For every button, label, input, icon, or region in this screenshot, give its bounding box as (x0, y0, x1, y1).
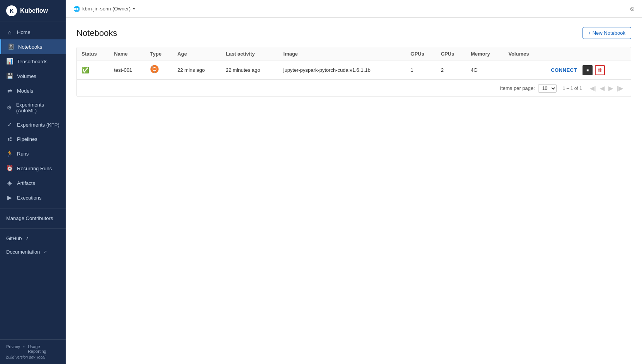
per-page-select[interactable]: 10 25 50 (538, 84, 557, 93)
col-status: Status (77, 47, 109, 61)
cell-actions: CONNECT ■ 🗑 (543, 61, 631, 80)
sidebar-divider-2 (0, 228, 66, 229)
tensorboards-icon: 📊 (6, 58, 13, 65)
col-age: Age (173, 47, 221, 61)
sidebar-item-pipelines-label: Pipelines (17, 136, 37, 142)
status-running-icon: ✅ (82, 67, 89, 73)
build-version: build version dev_local (6, 355, 59, 359)
sidebar-item-executions[interactable]: ▶ Executions (0, 190, 66, 205)
models-icon: ⇌ (6, 87, 13, 94)
namespace-label: kbm-jin-sohn (Owner) (82, 6, 131, 12)
col-gpus: GPUs (406, 47, 436, 61)
top-bar: 🌐 kbm-jin-sohn (Owner) ▾ ⎋ (66, 0, 642, 18)
items-per-page: Items per page: 10 25 50 (500, 84, 556, 93)
sidebar-item-artifacts-label: Artifacts (17, 180, 35, 186)
app-logo: K Kubeflow (0, 0, 66, 22)
svg-point-2 (152, 66, 153, 68)
runs-icon: 🏃 (6, 150, 13, 157)
sidebar-item-experiments-automl-label: Experiments (AutoML) (16, 102, 59, 113)
sidebar-item-models-label: Models (17, 88, 33, 94)
sidebar-item-experiments-automl[interactable]: ⚙ Experiments (AutoML) (0, 98, 66, 117)
notebook-type-icon (150, 67, 159, 75)
page-title: Notebooks (76, 28, 117, 38)
sidebar-item-artifacts[interactable]: ◈ Artifacts (0, 176, 66, 190)
sidebar-item-pipelines[interactable]: ⑆ Pipelines (0, 132, 66, 146)
sidebar-item-home-label: Home (17, 29, 31, 35)
notebooks-table-container: Status Name Type Age Last activity Image… (76, 47, 631, 97)
sidebar: K Kubeflow ⌂ Home 📓 Notebooks 📊 Tensorbo… (0, 0, 66, 364)
sidebar-footer: Privacy • Usage Reporting build version … (0, 339, 66, 364)
cell-cpus: 2 (436, 61, 466, 80)
page-info: 1 – 1 of 1 (563, 86, 582, 91)
col-image: Image (279, 47, 406, 61)
next-page-button[interactable]: ▶ (607, 84, 615, 93)
col-last-activity: Last activity (221, 47, 279, 61)
footer-links: Privacy • Usage Reporting (6, 344, 59, 354)
pagination-bar: Items per page: 10 25 50 1 – 1 of 1 ◀| ◀… (77, 80, 631, 97)
logo-icon: K (6, 5, 17, 16)
col-memory: Memory (466, 47, 504, 61)
col-cpus: CPUs (436, 47, 466, 61)
col-volumes: Volumes (504, 47, 543, 61)
last-page-button[interactable]: |▶ (615, 84, 625, 93)
cell-type (146, 61, 173, 80)
cell-memory: 4Gi (466, 61, 504, 80)
cell-last-activity: 22 minutes ago (221, 61, 279, 80)
cell-volumes (504, 61, 543, 80)
cell-status: ✅ (77, 61, 109, 80)
artifacts-icon: ◈ (6, 179, 13, 186)
col-type: Type (146, 47, 173, 61)
usage-reporting-link[interactable]: Usage Reporting (28, 344, 59, 354)
sidebar-item-executions-label: Executions (17, 195, 42, 201)
footer-dot: • (23, 344, 25, 354)
svg-point-4 (154, 71, 155, 73)
sidebar-item-volumes[interactable]: 💾 Volumes (0, 69, 66, 83)
notebooks-icon: 📓 (7, 43, 14, 50)
recurring-runs-icon: ⏰ (6, 165, 13, 172)
sidebar-item-runs[interactable]: 🏃 Runs (0, 146, 66, 161)
manage-contributors-label: Manage Contributors (6, 215, 53, 221)
sidebar-item-tensorboards-label: Tensorboards (17, 59, 48, 64)
cell-name: test-001 (109, 61, 146, 80)
col-actions (543, 47, 631, 61)
svg-point-3 (156, 66, 157, 68)
sidebar-item-notebooks[interactable]: 📓 Notebooks (0, 39, 66, 54)
executions-icon: ▶ (6, 194, 13, 201)
sidebar-item-models[interactable]: ⇌ Models (0, 83, 66, 98)
items-per-page-label: Items per page: (500, 85, 535, 91)
stop-button[interactable]: ■ (583, 65, 593, 75)
sidebar-item-tensorboards[interactable]: 📊 Tensorboards (0, 54, 66, 69)
pipelines-icon: ⑆ (6, 136, 13, 142)
volumes-icon: 💾 (6, 73, 13, 80)
sidebar-item-experiments-kfp-label: Experiments (KFP) (17, 122, 59, 128)
sidebar-item-experiments-kfp[interactable]: ✓ Experiments (KFP) (0, 117, 66, 132)
col-name: Name (109, 47, 146, 61)
sidebar-item-github[interactable]: GitHub ↗ (0, 232, 66, 245)
cell-image: jupyter-pyspark-pytorch-cuda:v1.6.1.1b (279, 61, 406, 80)
sidebar-item-recurring-runs[interactable]: ⏰ Recurring Runs (0, 161, 66, 176)
sidebar-item-recurring-runs-label: Recurring Runs (17, 166, 52, 171)
main-content: 🌐 kbm-jin-sohn (Owner) ▾ ⎋ Notebooks + N… (66, 0, 642, 364)
topbar-right: ⎋ (630, 5, 634, 12)
namespace-selector[interactable]: 🌐 kbm-jin-sohn (Owner) ▾ (73, 6, 135, 12)
cell-gpus: 1 (406, 61, 436, 80)
privacy-link[interactable]: Privacy (6, 344, 20, 354)
sidebar-item-manage-contributors[interactable]: Manage Contributors (0, 212, 66, 225)
dropdown-icon: ▾ (133, 6, 135, 11)
experiments-automl-icon: ⚙ (6, 104, 12, 111)
namespace-icon: 🌐 (73, 6, 80, 12)
delete-button[interactable]: 🗑 (595, 65, 605, 75)
first-page-button[interactable]: ◀| (588, 84, 598, 93)
new-notebook-button[interactable]: + New Notebook (583, 27, 631, 39)
sidebar-item-documentation[interactable]: Documentation ↗ (0, 245, 66, 259)
sidebar-item-home[interactable]: ⌂ Home (0, 25, 66, 39)
content-area: Notebooks + New Notebook Status Name Typ… (66, 18, 642, 364)
exit-icon[interactable]: ⎋ (630, 5, 634, 12)
prev-page-button[interactable]: ◀ (598, 84, 606, 93)
experiments-kfp-icon: ✓ (6, 121, 13, 128)
table-header: Status Name Type Age Last activity Image… (77, 47, 631, 61)
page-header: Notebooks + New Notebook (76, 27, 631, 39)
connect-button[interactable]: CONNECT (548, 66, 580, 74)
home-icon: ⌂ (6, 29, 13, 36)
external-link-icon-docs: ↗ (44, 250, 47, 254)
